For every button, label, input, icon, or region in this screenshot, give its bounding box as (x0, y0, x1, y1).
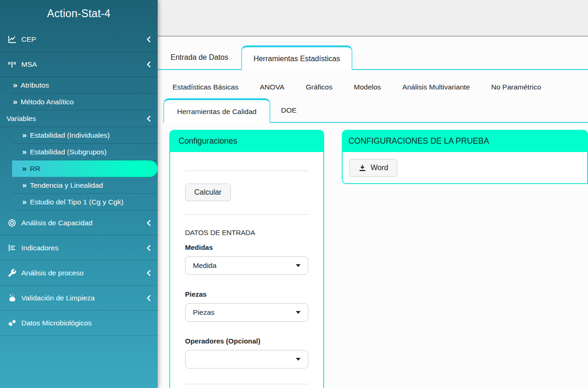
sidebar-item-label: Análisis de proceso (21, 269, 83, 277)
double-chevron-right-icon: » (13, 98, 16, 106)
tab-label: Entrada de Datos (171, 53, 229, 62)
dropdown-caret-icon (296, 358, 300, 361)
tab-anova[interactable]: ANOVA (249, 83, 295, 91)
test-configurations-panel: CONFIGURACIONES DE LA PRUEBA Word (342, 130, 588, 184)
wrench-icon (6, 268, 18, 278)
sidebar-item-validacion-limpieza[interactable]: Validación de Limpieza (0, 286, 158, 311)
button-label: Word (371, 164, 388, 172)
sidebar-item-label: Estudio del Tipo 1 (Cg y Cgk) (30, 198, 123, 206)
tab-estadisticas-basicas[interactable]: Estadísticas Básicas (162, 83, 249, 91)
sidebar-item-metodo-analitico[interactable]: » Método Analítico (12, 94, 158, 110)
sidebar-item-label: MSA (21, 60, 37, 69)
chart-line-icon (6, 34, 18, 45)
chevron-left-icon (146, 36, 151, 43)
divider (185, 171, 308, 171)
main-content: Entrada de Datos Herramientas Estadístic… (158, 0, 588, 388)
divider (185, 214, 308, 215)
sidebar-item-variables[interactable]: Variables (0, 110, 158, 127)
double-chevron-right-icon: » (22, 131, 26, 139)
tab-label: Análisis Multivariante (403, 83, 470, 91)
bar-chart-icon (6, 243, 18, 253)
secondary-tab-row-1: Estadísticas Básicas ANOVA Gráficos Mode… (158, 76, 588, 98)
sidebar-item-atributos[interactable]: » Atributos (12, 77, 158, 94)
sidebar-item-label: Validación de Limpieza (21, 294, 95, 302)
double-chevron-right-icon: » (22, 165, 26, 172)
toolbar (158, 0, 588, 37)
secondary-tab-row-2: Herramientas de Calidad DOE (158, 98, 588, 123)
sidebar-item-estudio-tipo-1[interactable]: » Estudio del Tipo 1 (Cg y Cgk) (12, 194, 158, 210)
download-icon (358, 164, 366, 172)
double-chevron-right-icon: » (22, 148, 26, 156)
sidebar-item-label: Estabilidad (Individuales) (30, 131, 109, 140)
sidebar-item-rr[interactable]: » RR (12, 160, 158, 177)
tab-label: No Paramétrico (491, 83, 541, 91)
word-export-button[interactable]: Word (349, 159, 397, 177)
field-label-medidas: Medidas (185, 243, 308, 251)
sidebar-item-label: Datos Microbiológicos (21, 319, 92, 327)
chevron-left-icon (146, 245, 151, 251)
dropdown-caret-icon (296, 264, 300, 267)
sidebar-item-label: Atributos (20, 81, 49, 89)
panel-title: CONFIGURACIONES DE LA PRUEBA (348, 136, 489, 146)
tab-label: Gráficos (306, 83, 332, 91)
double-chevron-right-icon: » (13, 81, 16, 89)
sidebar-item-indicadores[interactable]: Indicadores (0, 235, 158, 261)
chevron-left-icon (146, 270, 151, 276)
dropdown-caret-icon (296, 311, 300, 314)
antenna-icon (6, 59, 18, 70)
sidebar-item-label: Método Analítico (20, 98, 74, 106)
sidebar-item-analisis-proceso[interactable]: Análisis de proceso (0, 261, 158, 286)
field-label-operadores: Operadores (Opcional) (185, 337, 308, 345)
test-configurations-panel-body: Word (342, 152, 588, 184)
tab-label: Modelos (354, 83, 381, 91)
tab-label: Herramientas de Calidad (177, 108, 256, 116)
tab-doe[interactable]: DOE (270, 106, 307, 114)
test-configurations-panel-header: CONFIGURACIONES DE LA PRUEBA (342, 130, 588, 152)
piezas-select[interactable]: Piezas (185, 303, 308, 322)
operadores-select[interactable] (185, 350, 308, 369)
divider (185, 384, 308, 384)
tab-entrada-de-datos[interactable]: Entrada de Datos (158, 45, 241, 70)
soap-icon (6, 293, 18, 303)
field-label-piezas: Piezas (185, 290, 308, 298)
select-value: Medida (193, 261, 217, 270)
bullseye-icon (6, 218, 18, 228)
secondary-tab-bar: Estadísticas Básicas ANOVA Gráficos Mode… (158, 76, 588, 123)
app-title: Action-Stat-4 (0, 0, 158, 27)
sidebar-item-tendencia-linealidad[interactable]: » Tendencia y Linealidad (12, 177, 158, 194)
configurations-panel: Configuraciones Calcular DATOS DE ENTRAD… (169, 130, 324, 388)
tab-herramientas-estadisticas[interactable]: Herramientas Estadísticas (241, 45, 352, 70)
medidas-select[interactable]: Medida (185, 256, 308, 275)
sidebar-item-estabilidad-individuales[interactable]: » Estabilidad (Individuales) (12, 127, 158, 144)
sidebar-item-datos-microbiologicos[interactable]: Datos Microbiológicos (0, 311, 158, 336)
app-window: Action-Stat-4 CEP MSA (0, 0, 588, 388)
select-value: Piezas (193, 308, 215, 317)
tab-analisis-multivariante[interactable]: Análisis Multivariante (392, 83, 481, 91)
microbes-icon (6, 318, 18, 328)
panels-row: Configuraciones Calcular DATOS DE ENTRAD… (169, 130, 588, 388)
double-chevron-right-icon: » (22, 181, 26, 189)
calculate-button[interactable]: Calcular (185, 184, 231, 201)
sidebar-item-label: Análisis de Capacidad (21, 219, 92, 227)
tab-herramientas-de-calidad[interactable]: Herramientas de Calidad (163, 98, 270, 123)
tab-modelos[interactable]: Modelos (343, 83, 392, 91)
configurations-panel-body: Calcular DATOS DE ENTRADA Medidas Medida… (169, 152, 324, 388)
tab-label: DOE (281, 106, 297, 114)
tab-label: Herramientas Estadísticas (254, 55, 340, 63)
sidebar-item-label: Tendencia y Linealidad (30, 181, 103, 190)
panel-title: Configuraciones (179, 136, 237, 146)
primary-tab-bar: Entrada de Datos Herramientas Estadístic… (158, 45, 588, 70)
chevron-left-icon (146, 295, 151, 301)
tab-graficos[interactable]: Gráficos (295, 83, 343, 91)
tab-no-parametrico[interactable]: No Paramétrico (480, 83, 552, 91)
double-chevron-right-icon: » (22, 198, 26, 206)
tab-label: ANOVA (260, 83, 284, 91)
chevron-left-icon (146, 61, 151, 68)
tab-bar-filler (352, 45, 588, 70)
sidebar-item-estabilidad-subgrupos[interactable]: » Estabilidad (Subgrupos) (12, 144, 158, 160)
sidebar-item-analisis-capacidad[interactable]: Análisis de Capacidad (0, 210, 158, 235)
sidebar-item-label: Variables (6, 114, 36, 123)
sidebar-item-msa[interactable]: MSA (0, 52, 158, 77)
sidebar-item-label: Estabilidad (Subgrupos) (30, 148, 106, 156)
sidebar-item-cep[interactable]: CEP (0, 27, 158, 52)
